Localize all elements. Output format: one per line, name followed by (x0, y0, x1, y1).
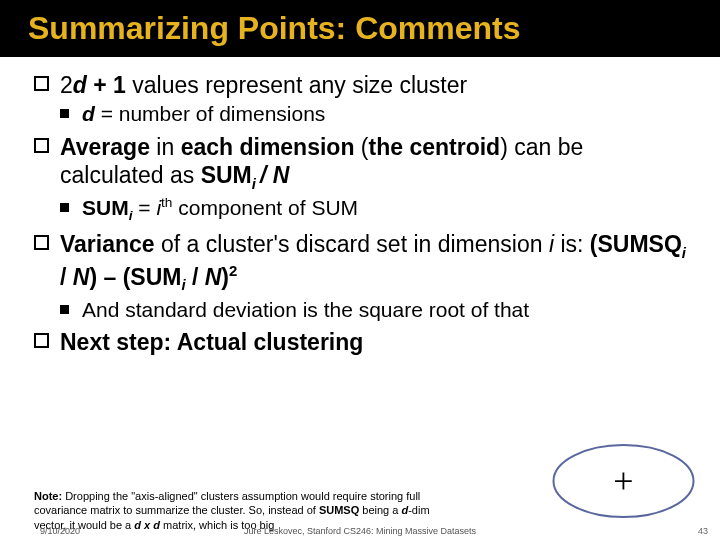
cluster-ellipse-diagram: + (551, 442, 696, 520)
sub: i (682, 244, 686, 261)
text: d (134, 519, 141, 531)
note-label: Note: (34, 490, 62, 502)
text-d: d (82, 102, 95, 125)
sub: i (252, 174, 260, 191)
text: ) (221, 264, 229, 290)
square-bullet-icon (34, 76, 49, 91)
bullet-2: Average in each dimension (the centroid)… (34, 133, 690, 193)
text: = (132, 196, 156, 219)
text: N (73, 264, 90, 290)
text: in (150, 134, 181, 160)
bullet-3: Variance of a cluster's discard set in d… (34, 230, 690, 294)
bullet-1: 2d + 1 values represent any size cluster (34, 71, 690, 99)
sup: 2 (229, 262, 237, 279)
text: SUMSQ (319, 504, 359, 516)
text: + 1 (87, 72, 126, 98)
plus-icon: + (613, 463, 633, 499)
slide: Summarizing Points: Comments 2d + 1 valu… (0, 0, 720, 540)
text: Next step: Actual clustering (60, 329, 363, 355)
sup: th (161, 195, 172, 210)
text: the centroid (369, 134, 501, 160)
square-bullet-small-icon (60, 109, 69, 118)
text: component of SUM (172, 196, 358, 219)
text: SUM (82, 196, 129, 219)
footer-date: 9/10/2020 (40, 526, 80, 536)
text-d: d (73, 72, 87, 98)
title-bar: Summarizing Points: Comments (0, 0, 720, 57)
text: = number of dimensions (95, 102, 326, 125)
square-bullet-icon (34, 138, 49, 153)
footer-attribution: Jure Leskovec, Stanford CS246: Mining Ma… (244, 526, 476, 536)
text: 2 (60, 72, 73, 98)
slide-body: 2d + 1 values represent any size cluster… (0, 57, 720, 356)
bullet-3a: And standard deviation is the square roo… (34, 297, 690, 323)
square-bullet-icon (34, 235, 49, 250)
text: And standard deviation is the square roo… (82, 298, 529, 321)
text: Variance (60, 231, 155, 257)
text: ( (354, 134, 368, 160)
text: each dimension (181, 134, 355, 160)
text: of a cluster's discard set in dimension (155, 231, 549, 257)
text: values represent any size cluster (126, 72, 467, 98)
slide-title: Summarizing Points: Comments (28, 10, 692, 47)
text: Average (60, 134, 150, 160)
text: d (153, 519, 160, 531)
text: / (60, 264, 73, 290)
text: (SUMSQ (590, 231, 682, 257)
square-bullet-small-icon (60, 305, 69, 314)
text: is: (554, 231, 590, 257)
text: / (186, 264, 205, 290)
square-bullet-icon (34, 333, 49, 348)
text: being a (359, 504, 401, 516)
text: x (141, 519, 153, 531)
bullet-2a: SUMi = ith component of SUM (34, 195, 690, 225)
text: ) – (SUM (89, 264, 181, 290)
bullet-1a: d = number of dimensions (34, 101, 690, 127)
text: / N (260, 162, 289, 188)
text: N (205, 264, 222, 290)
page-number: 43 (698, 526, 708, 536)
text: SUM (201, 162, 252, 188)
square-bullet-small-icon (60, 203, 69, 212)
bullet-4: Next step: Actual clustering (34, 328, 690, 356)
